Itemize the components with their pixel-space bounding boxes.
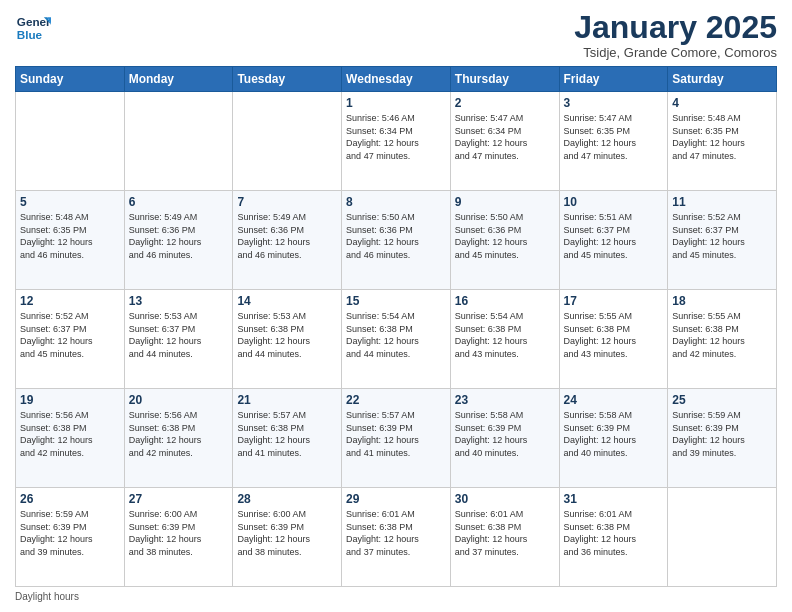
col-header-tuesday: Tuesday — [233, 67, 342, 92]
col-header-thursday: Thursday — [450, 67, 559, 92]
day-info: Sunrise: 5:56 AM Sunset: 6:38 PM Dayligh… — [20, 409, 120, 459]
day-number: 16 — [455, 294, 555, 308]
logo: General Blue — [15, 10, 51, 46]
footer-label: Daylight hours — [15, 591, 79, 602]
subtitle: Tsidje, Grande Comore, Comoros — [574, 45, 777, 60]
calendar-cell — [668, 488, 777, 587]
svg-text:Blue: Blue — [17, 28, 43, 41]
day-info: Sunrise: 5:55 AM Sunset: 6:38 PM Dayligh… — [672, 310, 772, 360]
calendar-cell: 1Sunrise: 5:46 AM Sunset: 6:34 PM Daylig… — [342, 92, 451, 191]
day-info: Sunrise: 5:55 AM Sunset: 6:38 PM Dayligh… — [564, 310, 664, 360]
col-header-saturday: Saturday — [668, 67, 777, 92]
day-number: 18 — [672, 294, 772, 308]
calendar-cell: 4Sunrise: 5:48 AM Sunset: 6:35 PM Daylig… — [668, 92, 777, 191]
calendar-cell — [233, 92, 342, 191]
day-number: 11 — [672, 195, 772, 209]
col-header-friday: Friday — [559, 67, 668, 92]
day-info: Sunrise: 5:59 AM Sunset: 6:39 PM Dayligh… — [672, 409, 772, 459]
calendar-cell: 17Sunrise: 5:55 AM Sunset: 6:38 PM Dayli… — [559, 290, 668, 389]
day-info: Sunrise: 5:54 AM Sunset: 6:38 PM Dayligh… — [346, 310, 446, 360]
calendar-cell: 19Sunrise: 5:56 AM Sunset: 6:38 PM Dayli… — [16, 389, 125, 488]
calendar-cell: 21Sunrise: 5:57 AM Sunset: 6:38 PM Dayli… — [233, 389, 342, 488]
calendar-cell: 22Sunrise: 5:57 AM Sunset: 6:39 PM Dayli… — [342, 389, 451, 488]
day-number: 26 — [20, 492, 120, 506]
day-number: 9 — [455, 195, 555, 209]
day-number: 4 — [672, 96, 772, 110]
calendar-cell: 14Sunrise: 5:53 AM Sunset: 6:38 PM Dayli… — [233, 290, 342, 389]
calendar-week-5: 26Sunrise: 5:59 AM Sunset: 6:39 PM Dayli… — [16, 488, 777, 587]
calendar-week-3: 12Sunrise: 5:52 AM Sunset: 6:37 PM Dayli… — [16, 290, 777, 389]
svg-text:General: General — [17, 15, 51, 28]
day-info: Sunrise: 5:56 AM Sunset: 6:38 PM Dayligh… — [129, 409, 229, 459]
calendar-cell: 11Sunrise: 5:52 AM Sunset: 6:37 PM Dayli… — [668, 191, 777, 290]
day-info: Sunrise: 5:53 AM Sunset: 6:37 PM Dayligh… — [129, 310, 229, 360]
day-number: 17 — [564, 294, 664, 308]
day-number: 14 — [237, 294, 337, 308]
calendar-cell: 23Sunrise: 5:58 AM Sunset: 6:39 PM Dayli… — [450, 389, 559, 488]
calendar-cell: 24Sunrise: 5:58 AM Sunset: 6:39 PM Dayli… — [559, 389, 668, 488]
day-info: Sunrise: 5:57 AM Sunset: 6:39 PM Dayligh… — [346, 409, 446, 459]
day-info: Sunrise: 5:59 AM Sunset: 6:39 PM Dayligh… — [20, 508, 120, 558]
day-info: Sunrise: 5:57 AM Sunset: 6:38 PM Dayligh… — [237, 409, 337, 459]
day-info: Sunrise: 5:48 AM Sunset: 6:35 PM Dayligh… — [20, 211, 120, 261]
calendar-cell: 10Sunrise: 5:51 AM Sunset: 6:37 PM Dayli… — [559, 191, 668, 290]
calendar-cell — [124, 92, 233, 191]
day-info: Sunrise: 5:51 AM Sunset: 6:37 PM Dayligh… — [564, 211, 664, 261]
day-info: Sunrise: 6:00 AM Sunset: 6:39 PM Dayligh… — [129, 508, 229, 558]
day-number: 12 — [20, 294, 120, 308]
day-number: 7 — [237, 195, 337, 209]
day-info: Sunrise: 5:58 AM Sunset: 6:39 PM Dayligh… — [455, 409, 555, 459]
day-info: Sunrise: 5:48 AM Sunset: 6:35 PM Dayligh… — [672, 112, 772, 162]
day-number: 24 — [564, 393, 664, 407]
day-number: 29 — [346, 492, 446, 506]
day-info: Sunrise: 6:01 AM Sunset: 6:38 PM Dayligh… — [564, 508, 664, 558]
day-info: Sunrise: 5:47 AM Sunset: 6:34 PM Dayligh… — [455, 112, 555, 162]
day-info: Sunrise: 6:01 AM Sunset: 6:38 PM Dayligh… — [455, 508, 555, 558]
calendar-cell — [16, 92, 125, 191]
header: General Blue January 2025 Tsidje, Grande… — [15, 10, 777, 60]
calendar-cell: 30Sunrise: 6:01 AM Sunset: 6:38 PM Dayli… — [450, 488, 559, 587]
day-info: Sunrise: 5:46 AM Sunset: 6:34 PM Dayligh… — [346, 112, 446, 162]
day-info: Sunrise: 5:49 AM Sunset: 6:36 PM Dayligh… — [129, 211, 229, 261]
day-number: 31 — [564, 492, 664, 506]
day-info: Sunrise: 5:54 AM Sunset: 6:38 PM Dayligh… — [455, 310, 555, 360]
day-number: 2 — [455, 96, 555, 110]
day-info: Sunrise: 5:49 AM Sunset: 6:36 PM Dayligh… — [237, 211, 337, 261]
calendar-cell: 18Sunrise: 5:55 AM Sunset: 6:38 PM Dayli… — [668, 290, 777, 389]
day-info: Sunrise: 5:58 AM Sunset: 6:39 PM Dayligh… — [564, 409, 664, 459]
col-header-wednesday: Wednesday — [342, 67, 451, 92]
calendar-cell: 31Sunrise: 6:01 AM Sunset: 6:38 PM Dayli… — [559, 488, 668, 587]
calendar-cell: 9Sunrise: 5:50 AM Sunset: 6:36 PM Daylig… — [450, 191, 559, 290]
calendar-cell: 15Sunrise: 5:54 AM Sunset: 6:38 PM Dayli… — [342, 290, 451, 389]
day-info: Sunrise: 6:01 AM Sunset: 6:38 PM Dayligh… — [346, 508, 446, 558]
title-block: January 2025 Tsidje, Grande Comore, Como… — [574, 10, 777, 60]
calendar-cell: 3Sunrise: 5:47 AM Sunset: 6:35 PM Daylig… — [559, 92, 668, 191]
day-number: 19 — [20, 393, 120, 407]
day-number: 10 — [564, 195, 664, 209]
calendar-cell: 6Sunrise: 5:49 AM Sunset: 6:36 PM Daylig… — [124, 191, 233, 290]
day-number: 1 — [346, 96, 446, 110]
calendar-cell: 2Sunrise: 5:47 AM Sunset: 6:34 PM Daylig… — [450, 92, 559, 191]
day-number: 6 — [129, 195, 229, 209]
calendar-cell: 8Sunrise: 5:50 AM Sunset: 6:36 PM Daylig… — [342, 191, 451, 290]
calendar-week-1: 1Sunrise: 5:46 AM Sunset: 6:34 PM Daylig… — [16, 92, 777, 191]
calendar-cell: 5Sunrise: 5:48 AM Sunset: 6:35 PM Daylig… — [16, 191, 125, 290]
day-number: 22 — [346, 393, 446, 407]
month-title: January 2025 — [574, 10, 777, 45]
calendar-cell: 27Sunrise: 6:00 AM Sunset: 6:39 PM Dayli… — [124, 488, 233, 587]
logo-icon: General Blue — [15, 10, 51, 46]
calendar-cell: 16Sunrise: 5:54 AM Sunset: 6:38 PM Dayli… — [450, 290, 559, 389]
day-number: 25 — [672, 393, 772, 407]
calendar-cell: 13Sunrise: 5:53 AM Sunset: 6:37 PM Dayli… — [124, 290, 233, 389]
day-number: 30 — [455, 492, 555, 506]
calendar-week-2: 5Sunrise: 5:48 AM Sunset: 6:35 PM Daylig… — [16, 191, 777, 290]
day-info: Sunrise: 5:47 AM Sunset: 6:35 PM Dayligh… — [564, 112, 664, 162]
day-info: Sunrise: 6:00 AM Sunset: 6:39 PM Dayligh… — [237, 508, 337, 558]
day-number: 21 — [237, 393, 337, 407]
day-number: 23 — [455, 393, 555, 407]
calendar-header-row: SundayMondayTuesdayWednesdayThursdayFrid… — [16, 67, 777, 92]
day-number: 13 — [129, 294, 229, 308]
day-info: Sunrise: 5:53 AM Sunset: 6:38 PM Dayligh… — [237, 310, 337, 360]
calendar-cell: 12Sunrise: 5:52 AM Sunset: 6:37 PM Dayli… — [16, 290, 125, 389]
day-number: 8 — [346, 195, 446, 209]
